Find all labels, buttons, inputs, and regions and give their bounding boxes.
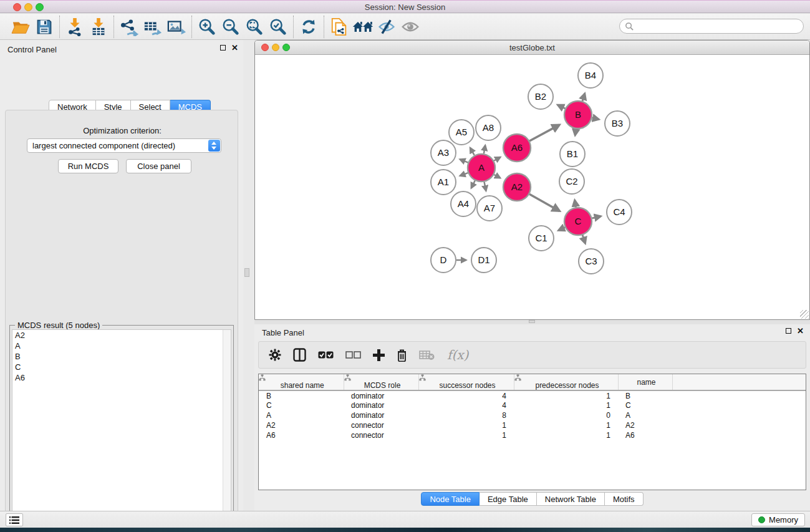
- column-header-predecessor-nodes[interactable]: predecessor nodes: [514, 374, 618, 390]
- graph-node-B2[interactable]: B2: [528, 84, 553, 109]
- search-input[interactable]: [634, 20, 803, 32]
- memory-button[interactable]: Memory: [751, 513, 805, 526]
- graph-node-C4[interactable]: C4: [607, 200, 632, 225]
- save-button[interactable]: [32, 16, 56, 38]
- delete-column-button[interactable]: [397, 346, 407, 364]
- tab-node-table[interactable]: Node Table: [421, 492, 480, 506]
- duplicate-network-button[interactable]: [327, 16, 351, 38]
- tab-network-table[interactable]: Network Table: [537, 492, 605, 506]
- graph-edge-C-C4[interactable]: [592, 216, 600, 218]
- graph-node-B4[interactable]: B4: [578, 63, 603, 88]
- graph-edge-A-A1[interactable]: [460, 173, 468, 176]
- table-cell[interactable]: 1: [514, 400, 618, 410]
- refresh-button[interactable]: [297, 16, 321, 38]
- tab-motifs[interactable]: Motifs: [605, 492, 644, 506]
- table-cell[interactable]: connector: [344, 420, 418, 430]
- table-cell[interactable]: A6: [259, 430, 344, 440]
- mcds-result-list[interactable]: A2ABCA6: [12, 329, 231, 532]
- delete-table-button[interactable]: [419, 346, 435, 364]
- graph-node-C2[interactable]: C2: [559, 169, 584, 194]
- graph-edge-A-A2[interactable]: [494, 175, 500, 178]
- zoom-in-button[interactable]: [195, 16, 219, 38]
- graph-edge-A-A3[interactable]: [460, 159, 468, 162]
- graph-node-B[interactable]: B: [564, 101, 592, 128]
- graph-edge-B-B3[interactable]: [592, 118, 599, 119]
- graph-node-C1[interactable]: C1: [529, 226, 554, 251]
- table-cell[interactable]: A2: [618, 420, 672, 430]
- horizontal-divider-handle[interactable]: [529, 320, 535, 323]
- column-header-name[interactable]: name: [618, 374, 672, 390]
- deselect-all-button[interactable]: [345, 346, 361, 364]
- open-button[interactable]: [9, 16, 32, 38]
- show-columns-button[interactable]: [293, 346, 306, 364]
- graph-node-A1[interactable]: A1: [431, 170, 456, 195]
- table-cell[interactable]: 4: [418, 390, 514, 400]
- export-network-button[interactable]: [117, 16, 141, 38]
- result-list-item[interactable]: A2: [12, 330, 231, 341]
- graph-node-B3[interactable]: B3: [605, 111, 630, 136]
- float-panel-icon[interactable]: [786, 328, 791, 334]
- table-cell[interactable]: A: [259, 410, 344, 420]
- table-cell[interactable]: B: [618, 390, 672, 400]
- tab-edge-table[interactable]: Edge Table: [480, 492, 537, 506]
- node-table-grid[interactable]: shared nameMCDS rolesuccessor nodesprede…: [259, 374, 806, 440]
- home-button[interactable]: [351, 16, 375, 38]
- column-header-successor-nodes[interactable]: successor nodes: [418, 374, 514, 390]
- vertical-split-divider[interactable]: [243, 40, 254, 511]
- table-cell[interactable]: connector: [344, 430, 418, 440]
- result-list-item[interactable]: C: [12, 362, 231, 372]
- graph-node-B1[interactable]: B1: [560, 142, 585, 167]
- graph-node-A2[interactable]: A2: [503, 173, 531, 201]
- hide-panels-button[interactable]: [375, 16, 398, 38]
- network-graph[interactable]: AA1A2A3A4A5A6A7A8BB1B2B3B4CC1C2C3C4DD1: [255, 55, 809, 319]
- table-cell[interactable]: A: [618, 410, 672, 420]
- function-builder-button[interactable]: f(x): [447, 346, 468, 364]
- settings-button[interactable]: [269, 346, 281, 364]
- import-table-button[interactable]: [87, 16, 110, 38]
- graph-node-A3[interactable]: A3: [431, 140, 456, 165]
- table-row[interactable]: A2connector11A2: [259, 420, 806, 430]
- table-cell[interactable]: 1: [514, 420, 618, 430]
- table-cell[interactable]: dominator: [344, 410, 418, 420]
- divider-handle[interactable]: [244, 268, 249, 277]
- import-network-button[interactable]: [63, 16, 87, 38]
- network-window-titlebar[interactable]: testGlobe.txt: [255, 41, 809, 55]
- zoom-out-button[interactable]: [219, 16, 243, 38]
- graph-edge-A-A7[interactable]: [485, 182, 486, 191]
- table-cell[interactable]: A2: [259, 420, 344, 430]
- graph-edge-C-C3[interactable]: [582, 235, 585, 243]
- table-cell[interactable]: 4: [418, 400, 514, 410]
- graph-node-A[interactable]: A: [468, 154, 495, 181]
- table-row[interactable]: A6connector11A6: [259, 430, 806, 440]
- optimization-criterion-dropdown[interactable]: largest connected component (directed): [27, 138, 221, 153]
- close-panel-icon[interactable]: ✕: [231, 45, 238, 51]
- graph-node-C[interactable]: C: [564, 208, 592, 235]
- result-list-item[interactable]: B: [12, 351, 231, 362]
- graph-node-A4[interactable]: A4: [451, 191, 476, 216]
- graph-edge-A2-C[interactable]: [529, 194, 559, 211]
- graph-edge-A6-B[interactable]: [529, 125, 559, 141]
- select-all-button[interactable]: [318, 346, 334, 364]
- graph-edge-B-B2[interactable]: [557, 105, 565, 109]
- graph-edge-B-B1[interactable]: [575, 129, 576, 135]
- table-cell[interactable]: 1: [418, 430, 514, 440]
- task-history-button[interactable]: [6, 513, 23, 526]
- table-cell[interactable]: 1: [418, 420, 514, 430]
- show-panels-button[interactable]: [398, 16, 422, 38]
- table-cell[interactable]: C: [259, 400, 344, 410]
- table-cell[interactable]: C: [618, 400, 672, 410]
- result-scrollbar[interactable]: [223, 330, 231, 532]
- graph-node-A7[interactable]: A7: [477, 196, 502, 221]
- graph-node-C3[interactable]: C3: [579, 249, 604, 274]
- table-cell[interactable]: B: [259, 390, 344, 400]
- zoom-fit-button[interactable]: [243, 16, 266, 38]
- table-row[interactable]: Bdominator41B: [259, 390, 806, 400]
- export-table-button[interactable]: [141, 16, 165, 38]
- table-row[interactable]: Cdominator41C: [259, 400, 806, 410]
- table-cell[interactable]: 8: [418, 410, 514, 420]
- graph-node-A8[interactable]: A8: [476, 115, 501, 140]
- graph-edge-C-C1[interactable]: [558, 228, 565, 231]
- graph-node-A6[interactable]: A6: [503, 134, 531, 162]
- graph-node-D1[interactable]: D1: [471, 248, 496, 273]
- close-panel-button[interactable]: Close panel: [126, 159, 191, 173]
